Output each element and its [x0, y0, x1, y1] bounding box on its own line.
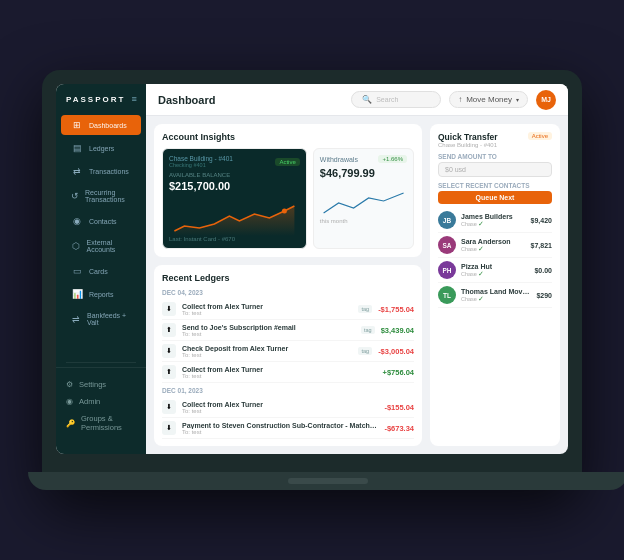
withdrawals-badge: +1.66% [378, 155, 407, 163]
qt-contact-4[interactable]: TL Thomas Land Movers Chase ✓ $290 [438, 283, 552, 308]
ledger-amount: -$155.04 [384, 403, 414, 412]
contact-amount-3: $0.00 [534, 267, 552, 274]
move-money-chevron: ▾ [516, 96, 519, 103]
sidebar-item-contacts[interactable]: ◉ Contacts [61, 211, 141, 231]
card-badge-primary: Active [275, 158, 299, 166]
qt-header: Quick Transfer Chase Building - #401 Act… [438, 132, 552, 148]
ledger-info: Send to Joe's Subscription #email To: te… [182, 324, 355, 337]
table-row[interactable]: ⬇ Collect from Alex Turner To: test -$15… [162, 397, 414, 418]
ledger-icon: ⬆ [162, 365, 176, 379]
primary-amount: $215,700.00 [169, 180, 300, 192]
search-bar[interactable]: 🔍 Search [351, 91, 441, 108]
ledger-desc: To: test [182, 429, 378, 435]
verified-icon-1: ✓ [478, 220, 484, 227]
ledger-info: Collect from Alex Turner To: test [182, 303, 352, 316]
sidebar-item-reports[interactable]: 📊 Reports [61, 284, 141, 304]
move-money-label: Move Money [466, 95, 512, 104]
ledger-amount: -$3,005.04 [378, 347, 414, 356]
contact-sub-2: Chase ✓ [461, 245, 526, 253]
permissions-icon: 🔑 [66, 419, 75, 428]
sidebar-label-external: External Accounts [87, 239, 131, 253]
ledger-name: Collect from Alex Turner [182, 401, 378, 408]
qt-status-badge: Active [528, 132, 552, 140]
sidebar-label-contacts: Contacts [89, 218, 117, 225]
ledger-icon: ⬇ [162, 421, 176, 435]
qt-contact-info-2: Sara Anderson Chase ✓ [461, 238, 526, 253]
sidebar-label-ledgers: Ledgers [89, 145, 114, 152]
qt-contact-2[interactable]: SA Sara Anderson Chase ✓ $7,821 [438, 233, 552, 258]
contact-sub-3: Chase ✓ [461, 270, 529, 278]
table-row[interactable]: ⬇ Collect from Alex Turner To: test tag … [162, 299, 414, 320]
sidebar-label-permissions: Groups & Permissions [81, 414, 136, 432]
sidebar-label-dashboards: Dashboards [89, 122, 127, 129]
sidebar-item-external[interactable]: ⬡ External Accounts [61, 234, 141, 258]
contact-avatar-3: PH [438, 261, 456, 279]
contact-avatar-4: TL [438, 286, 456, 304]
ledgers-section: Recent Ledgers DEC 04, 2023 ⬇ Collect fr… [154, 265, 422, 446]
sidebar-label-settings: Settings [79, 380, 106, 389]
sidebar-item-admin[interactable]: ◉ Admin [61, 393, 141, 410]
ledger-name: Check Deposit from Alex Turner [182, 345, 352, 352]
contact-sub-1: Chase ✓ [461, 220, 526, 228]
table-row[interactable]: ⬇ Payment to Steven Construction Sub-Con… [162, 418, 414, 439]
sidebar-bottom: ⚙ Settings ◉ Admin 🔑 Groups & Permission… [56, 367, 146, 444]
qt-contact-1[interactable]: JB James Builders Chase ✓ $9,420 [438, 208, 552, 233]
sidebar-item-ledgers[interactable]: ▤ Ledgers [61, 138, 141, 158]
ledger-amount: +$756.04 [383, 368, 415, 377]
contact-amount-2: $7,821 [531, 242, 552, 249]
sidebar-item-cards[interactable]: ▭ Cards [61, 261, 141, 281]
contact-name-3: Pizza Hut [461, 263, 529, 270]
app-logo: PASSPORT ≡ [56, 94, 146, 114]
sidebar-item-recurring[interactable]: ↺ Recurring Transactions [61, 184, 141, 208]
contact-avatar-1: JB [438, 211, 456, 229]
ledgers-title: Recent Ledgers [162, 273, 414, 283]
sidebar-item-transactions[interactable]: ⇄ Transactions [61, 161, 141, 181]
contacts-icon: ◉ [71, 216, 83, 226]
contact-avatar-2: SA [438, 236, 456, 254]
withdrawals-amount: $46,799.99 [320, 167, 407, 179]
ledger-name: Collect from Alex Turner [182, 303, 352, 310]
verified-icon-4: ✓ [478, 295, 484, 302]
qt-amount-input[interactable]: $0 usd [438, 162, 552, 177]
qt-title: Quick Transfer [438, 132, 498, 142]
ledger-date-1: DEC 04, 2023 [162, 289, 414, 296]
table-row[interactable]: ⬇ Check Deposit from Alex Turner To: tes… [162, 341, 414, 362]
qt-contact-info-4: Thomas Land Movers Chase ✓ [461, 288, 531, 303]
sidebar-item-settings[interactable]: ⚙ Settings [61, 376, 141, 393]
sidebar-menu-icon[interactable]: ≡ [131, 94, 137, 104]
qt-contact-3[interactable]: PH Pizza Hut Chase ✓ $0.00 [438, 258, 552, 283]
insight-card-header: Chase Building - #401 Checking #401 Acti… [169, 155, 300, 168]
balance-chart [169, 196, 300, 236]
sidebar-label-reports: Reports [89, 291, 114, 298]
ledger-icon: ⬇ [162, 400, 176, 414]
move-money-button[interactable]: ↑ Move Money ▾ [449, 91, 528, 108]
available-label: AVAILABLE BALANCE [169, 172, 300, 178]
logo-text: PASSPORT [66, 95, 125, 104]
ledger-icon: ⬇ [162, 344, 176, 358]
ledger-desc: To: test [182, 373, 377, 379]
user-avatar[interactable]: MJ [536, 90, 556, 110]
settings-icon: ⚙ [66, 380, 73, 389]
external-icon: ⬡ [71, 241, 81, 251]
sidebar-item-permissions[interactable]: 🔑 Groups & Permissions [61, 410, 141, 436]
main-content: Dashboard 🔍 Search ↑ Move Money ▾ MJ [146, 84, 568, 454]
content-left: Account Insights Chase Building - #401 C… [154, 124, 422, 446]
ledger-info: Collect from Alex Turner To: test [182, 366, 377, 379]
svg-point-0 [282, 209, 287, 214]
table-row[interactable]: ⬆ Collect from Alex Turner To: test +$75… [162, 362, 414, 383]
contact-name-2: Sara Anderson [461, 238, 526, 245]
content-area: Account Insights Chase Building - #401 C… [146, 116, 568, 454]
insight-card-withdrawals: Withdrawals +1.66% $46,799.99 this month [313, 148, 414, 249]
insights-title: Account Insights [162, 132, 414, 142]
verified-icon-2: ✓ [478, 245, 484, 252]
ledger-tag: tag [358, 305, 372, 313]
ledger-name: Send to Joe's Subscription #email [182, 324, 355, 331]
qt-transfer-button[interactable]: Queue Next [438, 191, 552, 204]
move-money-icon: ↑ [458, 95, 462, 104]
table-row[interactable]: ⬆ Send to Joe's Subscription #email To: … [162, 320, 414, 341]
laptop-notch [288, 478, 368, 484]
sidebar-item-dashboards[interactable]: ⊞ Dashboards [61, 115, 141, 135]
ledger-date-2: DEC 01, 2023 [162, 387, 414, 394]
sidebar-item-bankfeeds[interactable]: ⇌ Bankfeeds + Valt [61, 307, 141, 331]
ledger-tag: tag [358, 347, 372, 355]
